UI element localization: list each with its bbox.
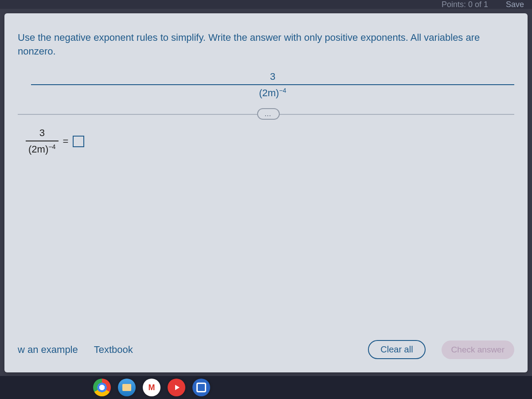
answer-fraction: 3 (2m)−4: [26, 127, 59, 155]
answer-numerator: 3: [26, 127, 59, 141]
answer-denom-base: (2m): [28, 144, 48, 155]
app-icon[interactable]: [192, 379, 210, 396]
answer-denom-exp: −4: [48, 143, 55, 150]
answer-input[interactable]: [73, 136, 84, 147]
file-explorer-icon[interactable]: [118, 379, 136, 396]
textbook-button[interactable]: Textbook: [94, 344, 133, 356]
problem-fraction: 3 (2m)−4: [31, 71, 514, 99]
youtube-icon[interactable]: [168, 379, 185, 396]
card-bottom-bar: w an example Textbook Clear all Check an…: [18, 340, 514, 359]
section-divider: …: [18, 114, 514, 115]
top-bar: Points: 0 of 1 Save: [0, 0, 532, 9]
save-link[interactable]: Save: [506, 0, 524, 9]
problem-numerator: 3: [31, 71, 514, 84]
answer-row: 3 (2m)−4 =: [26, 127, 514, 155]
problem-denominator: (2m)−4: [31, 84, 514, 99]
answer-denominator: (2m)−4: [26, 141, 59, 155]
view-example-button[interactable]: w an example: [18, 344, 78, 356]
check-answer-button[interactable]: Check answer: [442, 340, 514, 359]
more-pill[interactable]: …: [257, 108, 280, 120]
equals-sign: =: [63, 136, 69, 147]
chrome-icon[interactable]: [93, 379, 111, 396]
taskbar: M: [0, 376, 532, 399]
points-label: Points: 0 of 1: [442, 0, 488, 9]
question-card: Use the negative exponent rules to simpl…: [4, 13, 528, 372]
instruction-text: Use the negative exponent rules to simpl…: [18, 31, 514, 59]
problem-denom-base: (2m): [259, 87, 279, 98]
gmail-icon[interactable]: M: [143, 379, 160, 396]
clear-all-button[interactable]: Clear all: [368, 340, 425, 359]
problem-denom-exp: −4: [279, 87, 286, 94]
